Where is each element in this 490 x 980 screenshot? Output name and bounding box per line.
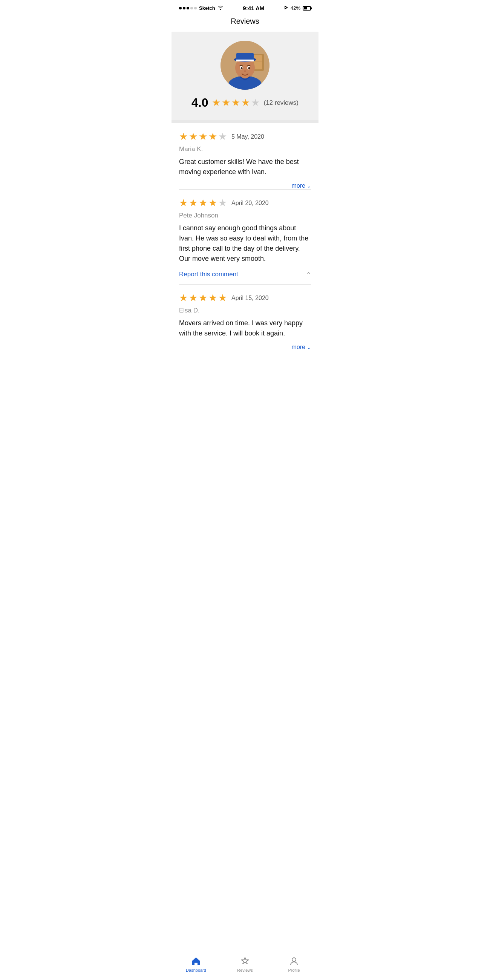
review-3-stars: ★ ★ ★ ★ ★: [179, 292, 227, 304]
r1-star-5: ★: [218, 131, 227, 143]
avatar-image: [221, 41, 269, 90]
r2-star-1: ★: [179, 197, 188, 209]
review-3-date: April 15, 2020: [231, 295, 269, 302]
review-3-more-label: more: [292, 344, 305, 350]
review-1-header: ★ ★ ★ ★ ★ 5 May, 2020: [179, 131, 311, 143]
review-2-report-row: Report this comment ⌃: [172, 269, 318, 284]
review-2-text: I cannot say enough good things about Iv…: [179, 223, 311, 264]
status-time: 9:41 AM: [243, 5, 264, 11]
review-3-more-button[interactable]: more ⌄: [292, 344, 311, 350]
review-2-reviewer: Pete Johnson: [179, 212, 311, 220]
chevron-up-icon: ⌃: [306, 271, 311, 278]
review-3-text: Movers arrived on time. I was very happy…: [179, 318, 311, 339]
overall-stars: ★ ★ ★ ★ ★: [212, 97, 260, 108]
svg-point-13: [241, 67, 243, 69]
r3-star-4: ★: [208, 292, 217, 304]
r2-star-4: ★: [208, 197, 217, 209]
review-1-reviewer: Maria K.: [179, 145, 311, 153]
profile-header: 4.0 ★ ★ ★ ★ ★ (12 reviews): [172, 32, 318, 120]
battery-icon: [303, 6, 311, 11]
star-2: ★: [222, 97, 230, 108]
signal-dot-4: [190, 7, 193, 10]
signal-dots: [179, 7, 197, 10]
review-2-header: ★ ★ ★ ★ ★ April 20, 2020: [179, 197, 311, 209]
review-item-2: ★ ★ ★ ★ ★ April 20, 2020 Pete Johnson I …: [172, 189, 318, 264]
r2-star-3: ★: [199, 197, 207, 209]
r1-star-2: ★: [189, 131, 197, 143]
star-4: ★: [241, 97, 250, 108]
signal-dot-5: [194, 7, 197, 10]
review-1-more-label: more: [292, 183, 305, 189]
page-title: Reviews: [172, 14, 318, 32]
review-2-date: April 20, 2020: [231, 200, 269, 207]
status-bar: Sketch 9:41 AM 42%: [172, 0, 318, 14]
bluetooth-icon: [284, 5, 288, 12]
review-1-stars: ★ ★ ★ ★ ★: [179, 131, 227, 143]
r3-star-3: ★: [199, 292, 207, 304]
review-1-date: 5 May, 2020: [231, 134, 264, 140]
svg-point-14: [248, 67, 250, 69]
review-3-reviewer: Elsa D.: [179, 307, 311, 314]
signal-dot-2: [183, 7, 185, 10]
rating-number: 4.0: [191, 96, 208, 110]
r1-star-4: ★: [208, 131, 217, 143]
star-3: ★: [231, 97, 240, 108]
status-right: 42%: [284, 5, 311, 12]
signal-dot-3: [186, 7, 189, 10]
chevron-down-icon-3: ⌄: [307, 345, 311, 350]
rating-row: 4.0 ★ ★ ★ ★ ★ (12 reviews): [191, 96, 299, 110]
r1-star-1: ★: [179, 131, 188, 143]
carrier-label: Sketch: [199, 5, 215, 11]
review-1-footer: more ⌄: [179, 183, 311, 189]
chevron-down-icon: ⌄: [307, 183, 311, 189]
avatar: [221, 41, 269, 90]
r2-star-2: ★: [189, 197, 197, 209]
section-divider: [172, 120, 318, 123]
review-item-3: ★ ★ ★ ★ ★ April 15, 2020 Elsa D. Movers …: [172, 285, 318, 350]
r2-star-5: ★: [218, 197, 227, 209]
r1-star-3: ★: [199, 131, 207, 143]
review-3-header: ★ ★ ★ ★ ★ April 15, 2020: [179, 292, 311, 304]
r3-star-1: ★: [179, 292, 188, 304]
main-content: 4.0 ★ ★ ★ ★ ★ (12 reviews) ★ ★ ★ ★ ★ 5 M…: [172, 32, 318, 381]
signal-dot-1: [179, 7, 182, 10]
review-3-footer: more ⌄: [179, 344, 311, 350]
r3-star-2: ★: [189, 292, 197, 304]
review-count: (12 reviews): [264, 99, 299, 107]
star-5: ★: [251, 97, 260, 108]
review-1-more-button[interactable]: more ⌄: [292, 183, 311, 189]
svg-rect-10: [236, 60, 254, 61]
r3-star-5: ★: [218, 292, 227, 304]
status-left: Sketch: [179, 5, 224, 11]
wifi-icon: [218, 5, 224, 11]
star-1: ★: [212, 97, 221, 108]
review-1-text: Great customer skills! We have the best …: [179, 157, 311, 177]
battery-percent: 42%: [291, 5, 301, 11]
review-2-stars: ★ ★ ★ ★ ★: [179, 197, 227, 209]
battery-fill: [304, 7, 307, 10]
review-item-1: ★ ★ ★ ★ ★ 5 May, 2020 Maria K. Great cus…: [172, 123, 318, 189]
report-comment-button[interactable]: Report this comment: [179, 270, 238, 278]
